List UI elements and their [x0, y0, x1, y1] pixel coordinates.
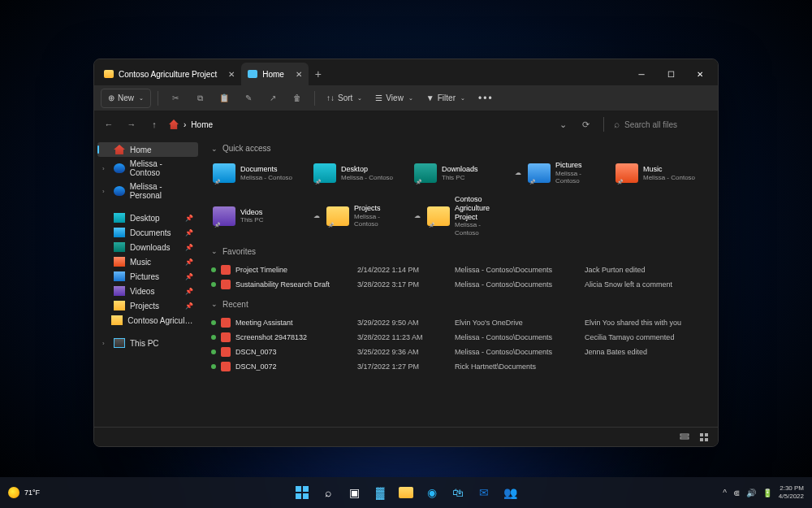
home-icon: [114, 145, 125, 154]
item-location: This PC: [240, 216, 263, 224]
breadcrumb[interactable]: › Home: [169, 119, 213, 129]
more-button[interactable]: •••: [473, 89, 499, 108]
file-location: Melissa - Contoso\Documents: [455, 280, 585, 289]
folder-icon: [313, 163, 336, 183]
search-button[interactable]: ⌕: [317, 481, 339, 504]
new-button[interactable]: ⊕ New ⌄: [101, 89, 151, 108]
item-name: Downloads: [442, 165, 478, 174]
file-icon: [221, 347, 231, 357]
paste-button[interactable]: 📋: [214, 89, 235, 108]
clock[interactable]: 2:30 PM 4/5/2022: [779, 484, 804, 500]
section-header-quick[interactable]: Quick access: [211, 144, 708, 153]
rename-button[interactable]: ✎: [238, 89, 259, 108]
folder-icon: [114, 301, 125, 310]
volume-icon[interactable]: 🔊: [746, 488, 756, 497]
weather-widget[interactable]: 71°F: [8, 487, 40, 498]
folder-icon: [414, 163, 437, 183]
refresh-button[interactable]: ⟳: [577, 116, 594, 132]
forward-button[interactable]: →: [123, 116, 140, 132]
minimize-button[interactable]: ─: [627, 63, 656, 85]
file-row[interactable]: Project Timeline2/14/2022 1:14 PMMelissa…: [211, 263, 708, 277]
maximize-button[interactable]: ☐: [656, 63, 685, 85]
sidebar-item-music[interactable]: Music📌: [97, 254, 198, 269]
up-button[interactable]: ↑: [146, 116, 162, 132]
teams-button[interactable]: 👥: [499, 481, 521, 504]
store-button[interactable]: 🛍: [447, 481, 469, 504]
file-name: Project Timeline: [235, 266, 287, 274]
tab-label: Home: [262, 70, 284, 79]
back-button[interactable]: ←: [101, 116, 117, 132]
svg-rect-3: [705, 433, 708, 436]
details-view-button[interactable]: [677, 431, 692, 444]
home-icon: [248, 70, 257, 78]
taskview-button[interactable]: ▣: [343, 481, 365, 504]
item-location: Melissa - Contoso: [455, 221, 505, 237]
sidebar-item-downloads[interactable]: Downloads📌: [97, 240, 198, 254]
cloud-icon: [114, 163, 125, 173]
tab-contoso[interactable]: Contoso Agriculture Project ✕: [97, 63, 241, 85]
item-location: Melissa - Contoso: [341, 174, 393, 182]
file-icon: [221, 280, 231, 289]
quick-access-item[interactable]: MusicMelissa - Contoso: [614, 159, 708, 187]
widgets-button[interactable]: ▓: [369, 481, 391, 504]
quick-access-item[interactable]: DocumentsMelissa - Contoso: [211, 159, 305, 187]
wifi-icon[interactable]: ⋐: [733, 488, 740, 497]
close-icon[interactable]: ✕: [228, 70, 235, 79]
view-button[interactable]: ☰ View ⌄: [370, 89, 418, 108]
sidebar-item-videos[interactable]: Videos📌: [97, 284, 198, 298]
file-name: DSCN_0073: [235, 348, 277, 356]
tab-home[interactable]: Home ✕: [241, 63, 309, 85]
sidebar-item-thispc[interactable]: ›This PC: [97, 336, 198, 350]
folder-icon: [528, 163, 551, 183]
svg-rect-7: [303, 486, 309, 492]
sidebar-item-projects[interactable]: Projects📌: [97, 298, 198, 313]
cloud-icon: ☁: [414, 212, 421, 219]
share-button[interactable]: ↗: [262, 89, 283, 108]
file-icon: [221, 362, 231, 371]
folder-icon: [326, 206, 349, 226]
outlook-button[interactable]: ✉: [473, 481, 495, 504]
file-row[interactable]: Sustainability Research Draft3/28/2022 3…: [211, 277, 708, 292]
delete-button[interactable]: 🗑: [287, 89, 308, 108]
file-row[interactable]: Screenshot 294781323/28/2022 11:23 AMMel…: [211, 330, 708, 345]
new-tab-button[interactable]: +: [309, 67, 328, 80]
close-button[interactable]: ✕: [685, 63, 715, 85]
battery-icon[interactable]: 🔋: [762, 488, 772, 497]
sidebar-item-home[interactable]: Home: [97, 142, 198, 157]
svg-rect-6: [296, 486, 301, 492]
sidebar-item-onedrive-contoso[interactable]: › Melissa - Contoso: [97, 157, 198, 180]
file-row[interactable]: DSCN_00733/25/2022 9:36 AMMelissa - Cont…: [211, 345, 708, 359]
quick-access-item[interactable]: VideosThis PC: [211, 193, 305, 239]
dropdown-button[interactable]: ⌄: [555, 116, 571, 132]
quick-access-item[interactable]: ☁Contoso Agriculture ProjectMelissa - Co…: [412, 193, 507, 239]
file-icon: [221, 265, 231, 275]
cut-button[interactable]: ✂: [165, 89, 186, 108]
file-row[interactable]: DSCN_00723/17/2022 1:27 PMRick Hartnett\…: [211, 359, 708, 374]
start-button[interactable]: [291, 481, 313, 504]
quick-access-item[interactable]: DesktopMelissa - Contoso: [312, 159, 406, 187]
section-header-favorites[interactable]: Favorites: [211, 247, 708, 256]
icons-view-button[interactable]: [697, 431, 711, 444]
sidebar-item-contoso-project[interactable]: Contoso Agriculture Project: [97, 313, 198, 328]
close-icon[interactable]: ✕: [296, 70, 302, 79]
sidebar-item-desktop[interactable]: Desktop📌: [97, 211, 198, 225]
sidebar-item-documents[interactable]: Documents📌: [97, 225, 198, 240]
quick-access-item[interactable]: DownloadsThis PC: [412, 159, 507, 187]
sidebar-item-pictures[interactable]: Pictures📌: [97, 269, 198, 284]
chevron-up-icon[interactable]: ^: [723, 488, 727, 497]
copy-button[interactable]: ⧉: [189, 89, 210, 108]
quick-access-item[interactable]: ☁ProjectsMelissa - Contoso: [312, 193, 406, 239]
explorer-button[interactable]: [395, 481, 417, 504]
filter-button[interactable]: ▼ Filter ⌄: [421, 89, 470, 108]
file-row[interactable]: Meeting Assistant3/29/2022 9:50 AMElvin …: [211, 315, 708, 330]
item-name: Documents: [240, 165, 292, 174]
quick-access-item[interactable]: ☁PicturesMelissa - Contoso: [513, 159, 607, 187]
search-input[interactable]: Search all files: [614, 119, 711, 130]
section-header-recent[interactable]: Recent: [211, 300, 708, 309]
sidebar-item-onedrive-personal[interactable]: › Melissa - Personal: [97, 180, 198, 202]
edge-button[interactable]: ◉: [421, 481, 443, 504]
folder-icon: [114, 257, 125, 267]
sort-button[interactable]: ↑↓ Sort ⌄: [322, 89, 367, 108]
svg-rect-0: [680, 434, 689, 436]
file-activity: Elvin Yoo shared this with you: [585, 319, 708, 327]
